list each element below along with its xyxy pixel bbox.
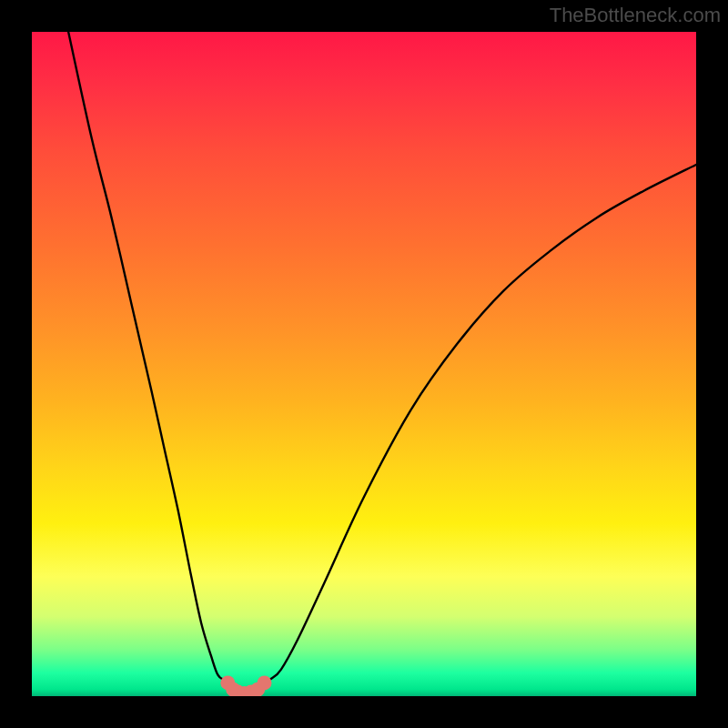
arc-dot — [258, 675, 272, 690]
chart-svg — [32, 32, 696, 696]
watermark-text: TheBottleneck.com — [550, 4, 721, 27]
arc-dots — [220, 675, 271, 696]
chart-frame: TheBottleneck.com — [0, 0, 728, 728]
plot-area — [32, 32, 696, 696]
curve-left-branch — [68, 32, 228, 682]
curve-right-branch — [265, 165, 697, 682]
